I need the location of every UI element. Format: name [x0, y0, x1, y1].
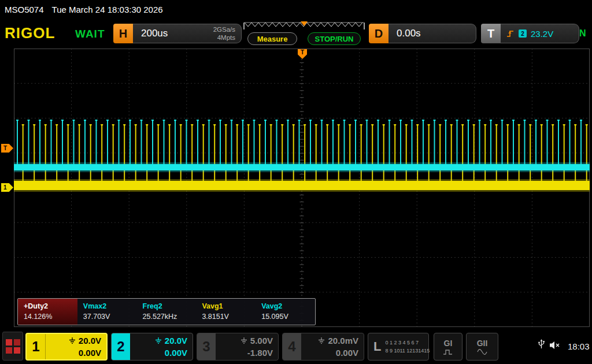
logic-row-1: 0 1 2 3 4 5 6 7 [385, 340, 419, 346]
menu-button[interactable] [2, 332, 23, 361]
logic-label: L [368, 339, 385, 354]
datetime: Tue March 24 18:03:30 2026 [52, 5, 163, 14]
menu-icon [6, 347, 12, 354]
logic-channel-list: 0 1 2 3 4 5 6 7 8 9 1011 12131415 [385, 339, 430, 355]
measurement-value: 3.8151V [202, 313, 256, 321]
generator-1-box[interactable]: GI [434, 333, 462, 361]
menu-icon [6, 339, 12, 346]
top-info-bar: MSO5074 Tue March 24 18:03:30 2026 [0, 0, 592, 18]
measurement-label: Vavg2 [261, 302, 315, 310]
measurement-panel: +Duty2 14.126% Vmax2 37.703V Freq2 25.52… [17, 298, 316, 325]
channel-2-offset: 0.00V [165, 347, 187, 359]
trigger-slope-icon [506, 29, 515, 38]
timebase-box[interactable]: 200us 2GSa/s 4Mpts [133, 24, 242, 43]
channel-2-box[interactable]: 2 20.0V 0.00V [111, 333, 193, 361]
trigger-badge: T [481, 24, 501, 43]
ground-coupling-icon [155, 337, 162, 344]
rigol-logo: RIGOL [5, 24, 55, 42]
measurement-label: Freq2 [143, 302, 197, 310]
channel-3-scale: 5.00V [250, 335, 273, 347]
speaker-muted-icon [549, 341, 561, 352]
delay-value: 0.00s [397, 28, 421, 39]
measurement-vavg2[interactable]: Vavg2 15.095V [256, 299, 315, 325]
graticule: T [14, 49, 590, 327]
measurement-freq2[interactable]: Freq2 25.527kHz [137, 299, 197, 325]
generator-1-label: GI [444, 339, 453, 348]
measurement-label: Vmax2 [83, 302, 137, 310]
acquisition-status: WAIT [75, 28, 105, 40]
sample-rate: 2GSa/s [213, 26, 235, 33]
channel-3-number: 3 [197, 333, 216, 360]
trigger-level-marker[interactable]: T [1, 144, 13, 153]
channel1-offset-marker[interactable]: 1 [1, 183, 13, 192]
measurement-duty2[interactable]: +Duty2 14.126% [18, 299, 77, 325]
delay-control[interactable]: D 0.00s [369, 24, 476, 43]
delay-badge: D [369, 24, 388, 43]
trigger-box[interactable]: 2 23.2V [501, 24, 579, 43]
channel-3-offset: -1.80V [247, 347, 273, 359]
waveform-position-strip[interactable] [243, 21, 365, 31]
measurement-value: 15.095V [261, 313, 315, 321]
measurement-value: 37.703V [83, 313, 137, 321]
trigger-mode: N [579, 28, 586, 39]
channel-1-scale: 20.0V [79, 335, 101, 347]
ground-coupling-icon [318, 337, 325, 344]
trigger-source-chip: 2 [519, 29, 527, 38]
sine-wave-icon [477, 349, 487, 355]
system-time: 18:03 [568, 341, 590, 351]
measurement-label: +Duty2 [24, 302, 77, 310]
horizontal-control[interactable]: H 200us 2GSa/s 4Mpts [113, 24, 242, 43]
channel-4-scale: 20.0mV [328, 335, 358, 347]
horizontal-badge: H [113, 24, 133, 43]
ground-coupling-icon [240, 337, 247, 344]
channel-2-number: 2 [112, 333, 130, 360]
trigger-control[interactable]: T 2 23.2V [481, 24, 579, 43]
acquisition-info: 2GSa/s 4Mpts [213, 25, 235, 42]
generator-2-box[interactable]: GII [466, 333, 498, 361]
usb-icon [538, 339, 545, 353]
trigger-level-value: 23.2V [531, 29, 553, 39]
memory-depth: 4Mpts [217, 34, 235, 41]
timebase-value: 200us [141, 28, 168, 39]
delay-box[interactable]: 0.00s [388, 24, 476, 43]
channel-4-offset: 0.00V [336, 347, 358, 359]
measurement-vmax2[interactable]: Vmax2 37.703V [77, 299, 137, 325]
channel-1-offset: 0.00V [79, 347, 101, 359]
logic-row-2: 8 9 1011 12131415 [385, 348, 430, 354]
menu-icon [14, 339, 20, 346]
menu-icon [14, 347, 20, 354]
channel-1-box[interactable]: 1 20.0V 0.00V [25, 333, 108, 361]
channel-4-number: 4 [283, 333, 301, 360]
generator-2-label: GII [477, 339, 488, 348]
logic-channels-box[interactable]: L 0 1 2 3 4 5 6 7 8 9 1011 12131415 [368, 333, 429, 361]
measurement-vavg1[interactable]: Vavg1 3.8151V [196, 299, 256, 325]
measure-button[interactable]: Measure [247, 32, 297, 45]
channel-3-box[interactable]: 3 5.00V -1.80V [197, 333, 279, 361]
channel-1-number: 1 [27, 334, 46, 359]
measurement-value: 14.126% [24, 313, 77, 321]
pulse-wave-icon [443, 349, 453, 355]
channel-4-box[interactable]: 4 20.0mV 0.00V [282, 333, 364, 361]
measurement-label: Vavg1 [202, 302, 256, 310]
stop-run-button[interactable]: STOP/RUN [308, 32, 361, 45]
measurement-value: 25.527kHz [143, 313, 197, 321]
channel-2-scale: 20.0V [165, 335, 187, 347]
ground-coupling-icon [69, 337, 76, 344]
model-name: MSO5074 [5, 5, 44, 14]
